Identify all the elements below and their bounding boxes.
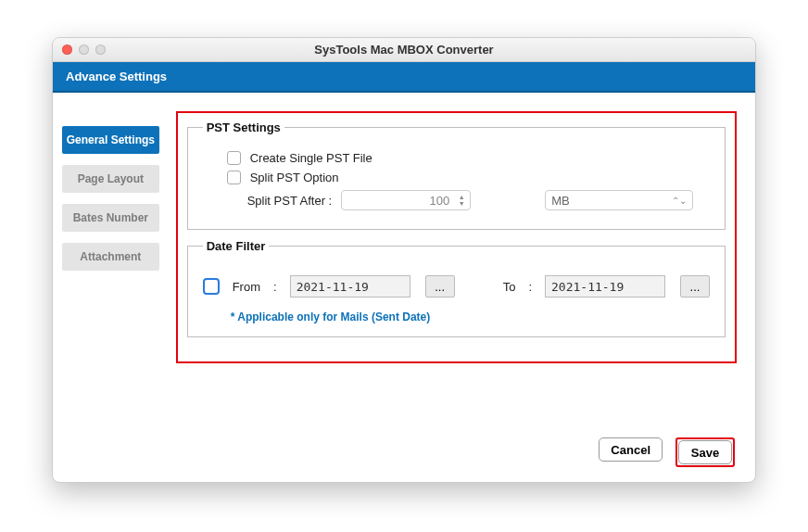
- minimize-icon[interactable]: [79, 44, 89, 55]
- footer: Cancel Save: [53, 426, 755, 482]
- to-date-picker-button[interactable]: ...: [680, 275, 710, 298]
- save-highlight: Save: [675, 437, 735, 467]
- sidebar-item-bates-number[interactable]: Bates Number: [62, 204, 159, 232]
- from-date-input[interactable]: 2021-11-19: [290, 275, 410, 298]
- from-colon: :: [273, 280, 277, 294]
- split-unit-value: MB: [551, 194, 570, 208]
- create-single-row: Create Single PST File: [227, 151, 710, 165]
- content-area: PST Settings Create Single PST File Spli…: [169, 93, 755, 426]
- app-window: SysTools Mac MBOX Converter Advance Sett…: [52, 37, 756, 483]
- create-single-pst-checkbox[interactable]: [227, 151, 241, 165]
- close-icon[interactable]: [62, 44, 72, 55]
- sidebar-item-page-layout[interactable]: Page Layout: [62, 165, 159, 193]
- traffic-lights: [62, 44, 106, 55]
- date-filter-legend: Date Filter: [203, 239, 270, 253]
- split-option-row: Split PST Option: [227, 171, 710, 184]
- from-date-picker-button[interactable]: ...: [425, 275, 455, 298]
- save-button[interactable]: Save: [678, 440, 732, 464]
- date-filter-note: * Applicable only for Mails (Sent Date): [231, 310, 710, 323]
- window-title: SysTools Mac MBOX Converter: [62, 43, 746, 57]
- body: General Settings Page Layout Bates Numbe…: [53, 93, 755, 426]
- create-single-pst-label: Create Single PST File: [250, 151, 372, 165]
- stepper-up-icon[interactable]: ▲: [459, 194, 465, 200]
- split-pst-checkbox[interactable]: [227, 171, 241, 184]
- split-after-label: Split PST After :: [247, 194, 333, 208]
- maximize-icon[interactable]: [95, 44, 106, 55]
- split-after-row: Split PST After : ▲ ▼ MB ⌃⌄: [247, 190, 710, 210]
- to-date-input[interactable]: 2021-11-19: [545, 275, 665, 298]
- split-after-input[interactable]: [341, 190, 471, 210]
- split-pst-label: Split PST Option: [250, 171, 339, 184]
- sidebar-item-general-settings[interactable]: General Settings: [62, 126, 159, 154]
- from-label: From: [233, 280, 260, 294]
- date-filter-enable-checkbox[interactable]: [203, 278, 220, 295]
- pst-settings-group: PST Settings Create Single PST File Spli…: [187, 120, 726, 230]
- pst-settings-legend: PST Settings: [203, 120, 284, 134]
- highlight-region: PST Settings Create Single PST File Spli…: [176, 111, 737, 363]
- cancel-button[interactable]: Cancel: [599, 437, 663, 462]
- to-colon: :: [528, 280, 532, 294]
- sidebar-item-attachment[interactable]: Attachment: [62, 243, 159, 271]
- chevron-updown-icon: ⌃⌄: [672, 196, 687, 206]
- date-filter-group: Date Filter From : 2021-11-19 ... To : 2…: [187, 239, 726, 337]
- split-unit-select[interactable]: MB ⌃⌄: [545, 190, 693, 210]
- sidebar: General Settings Page Layout Bates Numbe…: [53, 93, 169, 426]
- stepper-down-icon[interactable]: ▼: [459, 200, 465, 207]
- stepper-icon: ▲ ▼: [454, 191, 469, 209]
- split-after-stepper-wrap: ▲ ▼: [341, 190, 471, 210]
- to-label: To: [503, 280, 516, 294]
- titlebar: SysTools Mac MBOX Converter: [53, 38, 755, 62]
- page-header: Advance Settings: [53, 62, 755, 93]
- date-filter-row: From : 2021-11-19 ... To : 2021-11-19 ..…: [203, 270, 710, 303]
